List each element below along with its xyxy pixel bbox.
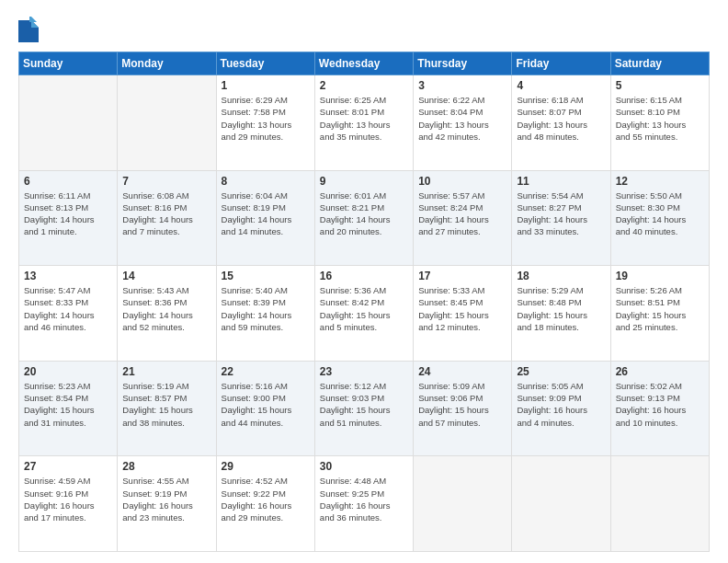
day-info: Sunrise: 6:25 AM Sunset: 8:01 PM Dayligh… bbox=[320, 94, 408, 143]
calendar-cell: 23Sunrise: 5:12 AM Sunset: 9:03 PM Dayli… bbox=[314, 361, 413, 456]
weekday-header-wednesday: Wednesday bbox=[314, 52, 413, 75]
day-number: 5 bbox=[616, 79, 704, 92]
day-info: Sunrise: 5:29 AM Sunset: 8:48 PM Dayligh… bbox=[517, 284, 605, 333]
calendar-cell: 1Sunrise: 6:29 AM Sunset: 7:58 PM Daylig… bbox=[216, 75, 314, 171]
day-number: 24 bbox=[418, 365, 506, 378]
calendar-week-row: 6Sunrise: 6:11 AM Sunset: 8:13 PM Daylig… bbox=[19, 170, 710, 266]
calendar-cell: 9Sunrise: 6:01 AM Sunset: 8:21 PM Daylig… bbox=[314, 170, 413, 266]
calendar-cell: 24Sunrise: 5:09 AM Sunset: 9:06 PM Dayli… bbox=[414, 361, 512, 456]
header bbox=[18, 17, 710, 42]
calendar-cell: 30Sunrise: 4:48 AM Sunset: 9:25 PM Dayli… bbox=[314, 456, 413, 552]
svg-marker-0 bbox=[18, 20, 39, 42]
day-number: 28 bbox=[122, 460, 210, 473]
calendar-cell: 3Sunrise: 6:22 AM Sunset: 8:04 PM Daylig… bbox=[414, 75, 512, 171]
weekday-header-saturday: Saturday bbox=[610, 52, 709, 75]
calendar-week-row: 27Sunrise: 4:59 AM Sunset: 9:16 PM Dayli… bbox=[19, 456, 710, 552]
day-number: 15 bbox=[222, 270, 310, 282]
day-info: Sunrise: 6:18 AM Sunset: 8:07 PM Dayligh… bbox=[517, 94, 605, 143]
day-info: Sunrise: 6:15 AM Sunset: 8:10 PM Dayligh… bbox=[616, 94, 704, 143]
day-info: Sunrise: 5:26 AM Sunset: 8:51 PM Dayligh… bbox=[616, 284, 704, 333]
day-number: 2 bbox=[320, 79, 408, 92]
calendar-cell: 11Sunrise: 5:54 AM Sunset: 8:27 PM Dayli… bbox=[512, 170, 610, 266]
calendar-cell: 10Sunrise: 5:57 AM Sunset: 8:24 PM Dayli… bbox=[414, 170, 512, 266]
day-info: Sunrise: 4:48 AM Sunset: 9:25 PM Dayligh… bbox=[320, 475, 408, 523]
weekday-header-thursday: Thursday bbox=[414, 52, 512, 75]
day-info: Sunrise: 5:40 AM Sunset: 8:39 PM Dayligh… bbox=[222, 284, 310, 333]
calendar-cell: 4Sunrise: 6:18 AM Sunset: 8:07 PM Daylig… bbox=[512, 75, 610, 171]
calendar-cell bbox=[19, 75, 118, 171]
day-number: 17 bbox=[418, 270, 506, 282]
page: SundayMondayTuesdayWednesdayThursdayFrid… bbox=[0, 0, 728, 563]
day-info: Sunrise: 6:22 AM Sunset: 8:04 PM Dayligh… bbox=[418, 94, 506, 143]
calendar-cell: 20Sunrise: 5:23 AM Sunset: 8:54 PM Dayli… bbox=[19, 361, 118, 456]
weekday-header-row: SundayMondayTuesdayWednesdayThursdayFrid… bbox=[19, 52, 710, 75]
calendar-cell: 26Sunrise: 5:02 AM Sunset: 9:13 PM Dayli… bbox=[610, 361, 709, 456]
calendar-week-row: 20Sunrise: 5:23 AM Sunset: 8:54 PM Dayli… bbox=[19, 361, 710, 456]
calendar-cell: 19Sunrise: 5:26 AM Sunset: 8:51 PM Dayli… bbox=[610, 266, 709, 362]
day-info: Sunrise: 5:16 AM Sunset: 9:00 PM Dayligh… bbox=[222, 380, 310, 429]
day-number: 12 bbox=[616, 175, 704, 188]
calendar-cell: 8Sunrise: 6:04 AM Sunset: 8:19 PM Daylig… bbox=[216, 170, 314, 266]
weekday-header-tuesday: Tuesday bbox=[216, 52, 314, 75]
calendar-cell: 5Sunrise: 6:15 AM Sunset: 8:10 PM Daylig… bbox=[610, 75, 709, 171]
day-info: Sunrise: 5:54 AM Sunset: 8:27 PM Dayligh… bbox=[517, 190, 605, 238]
day-info: Sunrise: 6:01 AM Sunset: 8:21 PM Dayligh… bbox=[320, 190, 408, 238]
logo bbox=[18, 17, 42, 42]
day-number: 8 bbox=[222, 175, 310, 188]
calendar-body: 1Sunrise: 6:29 AM Sunset: 7:58 PM Daylig… bbox=[19, 75, 710, 552]
calendar-week-row: 13Sunrise: 5:47 AM Sunset: 8:33 PM Dayli… bbox=[19, 266, 710, 362]
day-info: Sunrise: 5:36 AM Sunset: 8:42 PM Dayligh… bbox=[320, 284, 408, 333]
day-number: 18 bbox=[517, 270, 605, 282]
svg-marker-2 bbox=[29, 17, 37, 22]
day-number: 6 bbox=[24, 175, 112, 188]
day-info: Sunrise: 6:11 AM Sunset: 8:13 PM Dayligh… bbox=[24, 190, 112, 238]
weekday-header-friday: Friday bbox=[512, 52, 610, 75]
day-info: Sunrise: 4:52 AM Sunset: 9:22 PM Dayligh… bbox=[222, 475, 310, 523]
day-number: 23 bbox=[320, 365, 408, 378]
day-number: 13 bbox=[24, 270, 112, 282]
day-number: 27 bbox=[24, 460, 112, 473]
day-info: Sunrise: 6:29 AM Sunset: 7:58 PM Dayligh… bbox=[222, 94, 310, 143]
calendar-cell: 25Sunrise: 5:05 AM Sunset: 9:09 PM Dayli… bbox=[512, 361, 610, 456]
calendar-header: SundayMondayTuesdayWednesdayThursdayFrid… bbox=[19, 52, 710, 75]
day-info: Sunrise: 4:55 AM Sunset: 9:19 PM Dayligh… bbox=[122, 475, 210, 523]
day-info: Sunrise: 5:09 AM Sunset: 9:06 PM Dayligh… bbox=[418, 380, 506, 429]
day-info: Sunrise: 5:02 AM Sunset: 9:13 PM Dayligh… bbox=[616, 380, 704, 429]
day-info: Sunrise: 6:08 AM Sunset: 8:16 PM Dayligh… bbox=[122, 190, 210, 238]
day-info: Sunrise: 5:57 AM Sunset: 8:24 PM Dayligh… bbox=[418, 190, 506, 238]
calendar-cell: 27Sunrise: 4:59 AM Sunset: 9:16 PM Dayli… bbox=[19, 456, 118, 552]
day-number: 11 bbox=[517, 175, 605, 188]
day-info: Sunrise: 6:04 AM Sunset: 8:19 PM Dayligh… bbox=[222, 190, 310, 238]
calendar-cell: 21Sunrise: 5:19 AM Sunset: 8:57 PM Dayli… bbox=[118, 361, 216, 456]
calendar-cell: 17Sunrise: 5:33 AM Sunset: 8:45 PM Dayli… bbox=[414, 266, 512, 362]
day-number: 26 bbox=[616, 365, 704, 378]
calendar-cell: 22Sunrise: 5:16 AM Sunset: 9:00 PM Dayli… bbox=[216, 361, 314, 456]
day-number: 7 bbox=[122, 175, 210, 188]
day-info: Sunrise: 5:50 AM Sunset: 8:30 PM Dayligh… bbox=[616, 190, 704, 238]
weekday-header-sunday: Sunday bbox=[19, 52, 118, 75]
day-number: 25 bbox=[517, 365, 605, 378]
calendar-cell: 12Sunrise: 5:50 AM Sunset: 8:30 PM Dayli… bbox=[610, 170, 709, 266]
calendar-cell: 13Sunrise: 5:47 AM Sunset: 8:33 PM Dayli… bbox=[19, 266, 118, 362]
calendar-cell: 29Sunrise: 4:52 AM Sunset: 9:22 PM Dayli… bbox=[216, 456, 314, 552]
calendar-cell bbox=[610, 456, 709, 552]
calendar-cell bbox=[414, 456, 512, 552]
calendar-cell: 14Sunrise: 5:43 AM Sunset: 8:36 PM Dayli… bbox=[118, 266, 216, 362]
day-number: 19 bbox=[616, 270, 704, 282]
day-number: 4 bbox=[517, 79, 605, 92]
day-number: 22 bbox=[222, 365, 310, 378]
day-number: 10 bbox=[418, 175, 506, 188]
day-info: Sunrise: 5:12 AM Sunset: 9:03 PM Dayligh… bbox=[320, 380, 408, 429]
day-number: 16 bbox=[320, 270, 408, 282]
day-info: Sunrise: 5:19 AM Sunset: 8:57 PM Dayligh… bbox=[122, 380, 210, 429]
day-info: Sunrise: 5:33 AM Sunset: 8:45 PM Dayligh… bbox=[418, 284, 506, 333]
day-number: 9 bbox=[320, 175, 408, 188]
day-info: Sunrise: 4:59 AM Sunset: 9:16 PM Dayligh… bbox=[24, 475, 112, 523]
day-number: 29 bbox=[222, 460, 310, 473]
day-number: 3 bbox=[418, 79, 506, 92]
calendar-cell: 7Sunrise: 6:08 AM Sunset: 8:16 PM Daylig… bbox=[118, 170, 216, 266]
day-info: Sunrise: 5:47 AM Sunset: 8:33 PM Dayligh… bbox=[24, 284, 112, 333]
calendar-cell: 6Sunrise: 6:11 AM Sunset: 8:13 PM Daylig… bbox=[19, 170, 118, 266]
calendar-cell: 18Sunrise: 5:29 AM Sunset: 8:48 PM Dayli… bbox=[512, 266, 610, 362]
day-number: 1 bbox=[222, 79, 310, 92]
